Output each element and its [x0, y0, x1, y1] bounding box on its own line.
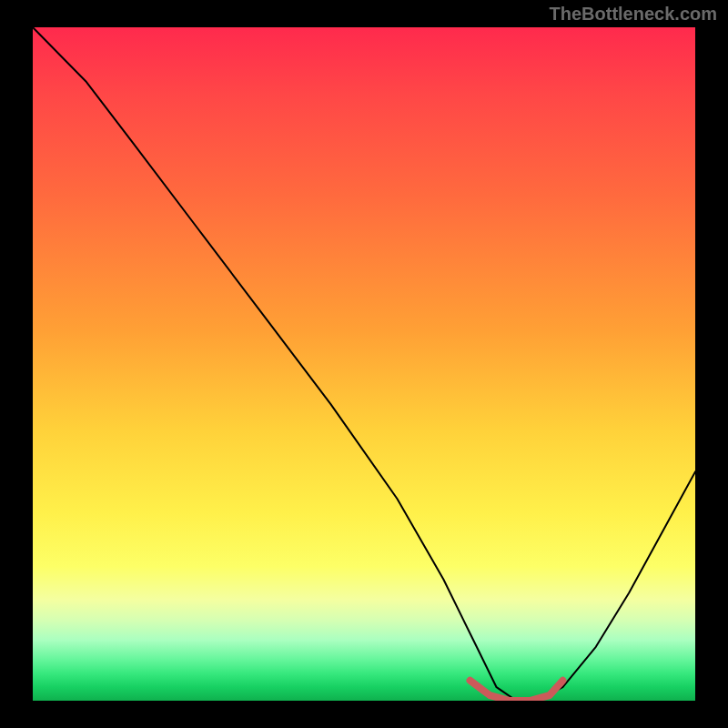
chart-svg	[33, 27, 695, 701]
watermark-text: TheBottleneck.com	[550, 4, 717, 25]
bottleneck-curve-path	[33, 27, 695, 701]
highlight-segment-path	[470, 681, 563, 701]
plot-area	[33, 27, 695, 701]
